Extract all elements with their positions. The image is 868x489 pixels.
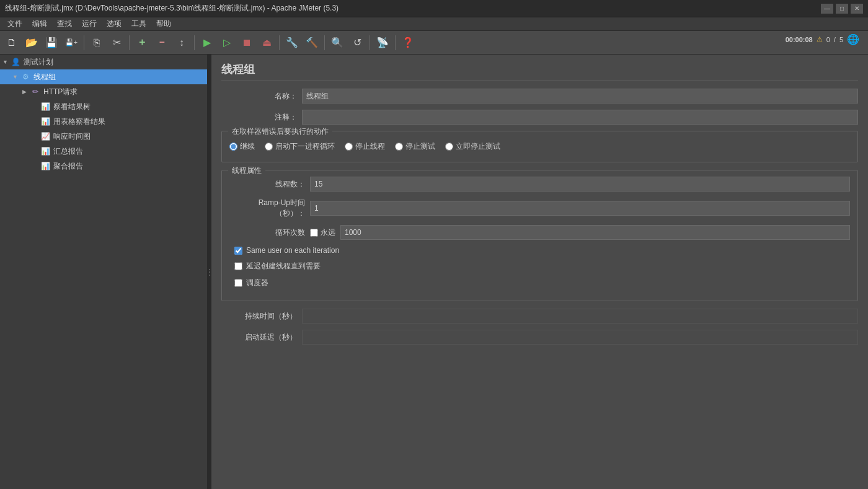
comment-input[interactable] — [302, 110, 858, 125]
sidebar-item-view-results-tree[interactable]: 📊 察看结果树 — [0, 99, 207, 114]
forever-checkbox[interactable] — [310, 229, 318, 237]
status-time: 00:00:08 — [786, 36, 813, 43]
search-button[interactable]: 🔍 — [328, 33, 347, 52]
same-user-checkbox[interactable] — [234, 247, 242, 255]
summary-report-icon: 📊 — [40, 146, 51, 157]
remote-button[interactable]: 📡 — [373, 33, 392, 52]
radio-continue-label[interactable]: 继续 — [240, 141, 255, 152]
save-button[interactable]: 💾 — [42, 33, 61, 52]
response-time-icon: 📈 — [40, 131, 51, 142]
radio-stop-thread[interactable]: 停止线程 — [345, 141, 385, 152]
name-input[interactable] — [302, 89, 858, 104]
sidebar-label-summary-report: 汇总报告 — [53, 146, 83, 157]
menu-search[interactable]: 查找 — [52, 17, 77, 31]
radio-start-next-loop[interactable]: 启动下一进程循环 — [265, 141, 335, 152]
sidebar-item-thread-group[interactable]: ▼ ⚙ 线程组 — [0, 69, 207, 84]
content-area: 线程组 名称： 注释： 在取样器错误后要执行的动作 继续 启动下一进程循环 — [211, 55, 868, 489]
sidebar-label-aggregate-report: 聚合报告 — [53, 161, 83, 172]
menu-run[interactable]: 运行 — [77, 17, 102, 31]
radio-stop-test-label[interactable]: 停止测试 — [405, 141, 435, 152]
radio-stop-test-now[interactable]: 立即停止测试 — [445, 141, 500, 152]
toggle-button[interactable]: ↕ — [172, 33, 191, 52]
menu-options[interactable]: 选项 — [102, 17, 126, 31]
results-table-icon: 📊 — [40, 116, 51, 127]
delay-create-label[interactable]: 延迟创建线程直到需要 — [246, 261, 321, 271]
toolbar-separator-7 — [395, 35, 396, 50]
radio-stop-test-now-input[interactable] — [445, 143, 453, 151]
title-text: 线程组-熔断测试.jmx (D:\DevTools\apache-jmeter-… — [5, 3, 339, 14]
toolbar-separator-2 — [129, 35, 130, 50]
thread-count-input[interactable] — [310, 177, 850, 192]
start-delay-input[interactable] — [302, 330, 858, 345]
sidebar-label-results-tree: 察看结果树 — [53, 102, 91, 112]
ramp-up-label: Ramp-Up时间（秒）： — [229, 198, 310, 219]
menu-edit[interactable]: 编辑 — [27, 17, 52, 31]
stop-button[interactable]: ⏹ — [237, 33, 256, 52]
title-bar: 线程组-熔断测试.jmx (D:\DevTools\apache-jmeter-… — [0, 0, 868, 17]
shutdown-button[interactable]: ⏏ — [257, 33, 276, 52]
radio-start-next-loop-label[interactable]: 启动下一进程循环 — [275, 141, 335, 152]
help-button[interactable]: ❓ — [399, 33, 417, 52]
menu-tools[interactable]: 工具 — [126, 17, 151, 31]
ramp-up-input[interactable] — [310, 201, 850, 216]
maximize-button[interactable]: □ — [836, 4, 848, 14]
run-button[interactable]: ▶ — [198, 33, 216, 52]
add-button[interactable]: ＋ — [133, 33, 151, 52]
menu-file[interactable]: 文件 — [2, 17, 27, 31]
sidebar-item-http-request[interactable]: ▶ ✏ HTTP请求 — [0, 84, 207, 99]
sidebar-item-aggregate-report[interactable]: 📊 聚合报告 — [0, 159, 207, 174]
warning-icon: ⚠ — [817, 35, 823, 43]
sidebar-item-response-time[interactable]: 📈 响应时间图 — [0, 129, 207, 144]
clearall-button[interactable]: 🔨 — [303, 33, 321, 52]
saveall-button[interactable]: 💾+ — [62, 33, 81, 52]
thread-group-icon: ⚙ — [20, 71, 31, 82]
radio-stop-thread-input[interactable] — [345, 143, 353, 151]
start-delay-row: 启动延迟（秒） — [221, 330, 858, 345]
radio-start-next-loop-input[interactable] — [265, 143, 273, 151]
open-button[interactable]: 📂 — [22, 33, 41, 52]
scheduler-label[interactable]: 调度器 — [246, 278, 268, 288]
close-button[interactable]: ✕ — [851, 4, 863, 14]
radio-stop-test-now-label[interactable]: 立即停止测试 — [456, 141, 500, 152]
radio-stop-test-input[interactable] — [395, 143, 403, 151]
resize-handle[interactable] — [208, 55, 211, 489]
sidebar-label-thread-group: 线程组 — [33, 72, 56, 82]
comment-row: 注释： — [221, 110, 858, 125]
sidebar-item-test-plan[interactable]: ▼ 👤 测试计划 — [0, 55, 207, 69]
delay-create-checkbox[interactable] — [234, 262, 242, 270]
scheduler-checkbox[interactable] — [234, 279, 242, 287]
menu-help[interactable]: 帮助 — [151, 17, 176, 31]
loop-count-label: 循环次数 — [229, 227, 310, 238]
radio-stop-test[interactable]: 停止测试 — [395, 141, 435, 152]
sidebar-label-http-request: HTTP请求 — [43, 87, 78, 97]
thread-props-label: 线程属性 — [228, 165, 265, 176]
forever-label[interactable]: 永远 — [321, 227, 335, 238]
clear-button[interactable]: 🔧 — [283, 33, 301, 52]
thread-props-section: 线程属性 线程数： Ramp-Up时间（秒）： 循环次数 永远 — [221, 170, 858, 301]
new-button[interactable]: 🗋 — [2, 33, 21, 52]
remove-button[interactable]: － — [153, 33, 171, 52]
expand-icon-thread-group: ▼ — [12, 74, 20, 80]
cut-button[interactable]: ✂ — [107, 33, 126, 52]
loop-count-input[interactable] — [340, 225, 850, 240]
start-no-pause-button[interactable]: ▷ — [218, 33, 236, 52]
radio-stop-thread-label[interactable]: 停止线程 — [355, 141, 385, 152]
error-action-section: 在取样器错误后要执行的动作 继续 启动下一进程循环 停止线程 停止测试 — [221, 131, 858, 162]
radio-continue[interactable]: 继续 — [229, 141, 255, 152]
error-action-radio-group: 继续 启动下一进程循环 停止线程 停止测试 立即停止测试 — [229, 138, 850, 156]
same-user-label[interactable]: Same user on each iteration — [246, 246, 339, 255]
minimize-button[interactable]: — — [821, 4, 833, 14]
name-label: 名称： — [221, 91, 302, 102]
duration-input[interactable] — [302, 309, 858, 324]
sidebar-item-results-table[interactable]: 📊 用表格察看结果 — [0, 114, 207, 129]
comment-label: 注释： — [221, 112, 302, 123]
sidebar-item-summary-report[interactable]: 📊 汇总报告 — [0, 144, 207, 159]
sidebar-label-results-table: 用表格察看结果 — [53, 117, 105, 127]
radio-continue-input[interactable] — [229, 143, 237, 151]
duration-row: 持续时间（秒） — [221, 309, 858, 324]
window-controls: — □ ✕ — [821, 4, 863, 14]
copy-button[interactable]: ⎘ — [87, 33, 106, 52]
toolbar: 🗋 📂 💾 💾+ ⎘ ✂ ＋ － ↕ ▶ ▷ ⏹ ⏏ 🔧 🔨 🔍 ↺ 📡 ❓ 0… — [0, 31, 868, 55]
http-request-icon: ✏ — [30, 86, 41, 97]
reset-button[interactable]: ↺ — [348, 33, 366, 52]
